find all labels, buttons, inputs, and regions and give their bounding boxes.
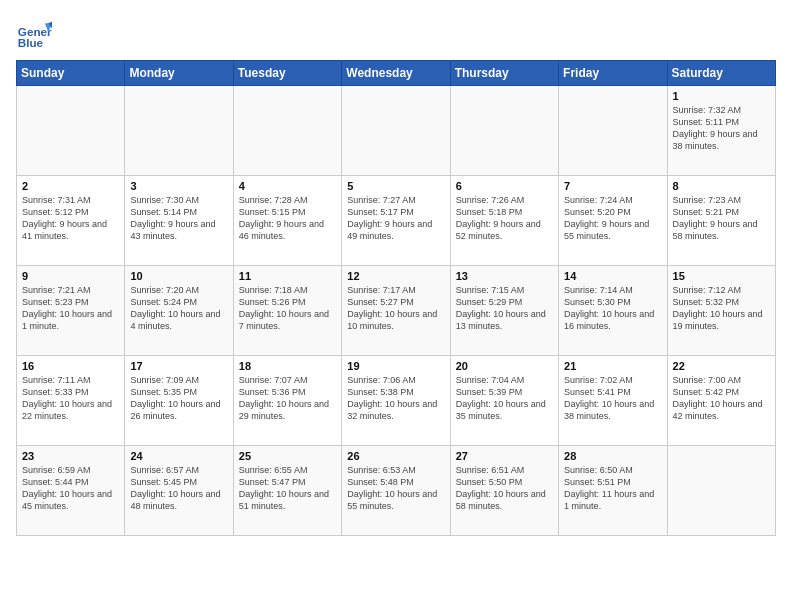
day-cell: 22Sunrise: 7:00 AM Sunset: 5:42 PM Dayli… xyxy=(667,356,775,446)
day-cell: 12Sunrise: 7:17 AM Sunset: 5:27 PM Dayli… xyxy=(342,266,450,356)
day-info: Sunrise: 7:24 AM Sunset: 5:20 PM Dayligh… xyxy=(564,194,661,243)
col-header-monday: Monday xyxy=(125,61,233,86)
day-number: 9 xyxy=(22,270,119,282)
day-number: 17 xyxy=(130,360,227,372)
week-row-5: 23Sunrise: 6:59 AM Sunset: 5:44 PM Dayli… xyxy=(17,446,776,536)
calendar-table: SundayMondayTuesdayWednesdayThursdayFrid… xyxy=(16,60,776,536)
day-cell xyxy=(233,86,341,176)
day-cell: 20Sunrise: 7:04 AM Sunset: 5:39 PM Dayli… xyxy=(450,356,558,446)
col-header-sunday: Sunday xyxy=(17,61,125,86)
day-cell: 17Sunrise: 7:09 AM Sunset: 5:35 PM Dayli… xyxy=(125,356,233,446)
day-number: 1 xyxy=(673,90,770,102)
day-info: Sunrise: 6:55 AM Sunset: 5:47 PM Dayligh… xyxy=(239,464,336,513)
day-cell: 2Sunrise: 7:31 AM Sunset: 5:12 PM Daylig… xyxy=(17,176,125,266)
day-info: Sunrise: 7:15 AM Sunset: 5:29 PM Dayligh… xyxy=(456,284,553,333)
day-cell xyxy=(342,86,450,176)
day-info: Sunrise: 7:23 AM Sunset: 5:21 PM Dayligh… xyxy=(673,194,770,243)
day-info: Sunrise: 7:02 AM Sunset: 5:41 PM Dayligh… xyxy=(564,374,661,423)
day-cell: 18Sunrise: 7:07 AM Sunset: 5:36 PM Dayli… xyxy=(233,356,341,446)
day-info: Sunrise: 7:12 AM Sunset: 5:32 PM Dayligh… xyxy=(673,284,770,333)
day-info: Sunrise: 7:11 AM Sunset: 5:33 PM Dayligh… xyxy=(22,374,119,423)
day-info: Sunrise: 7:27 AM Sunset: 5:17 PM Dayligh… xyxy=(347,194,444,243)
day-number: 4 xyxy=(239,180,336,192)
week-row-3: 9Sunrise: 7:21 AM Sunset: 5:23 PM Daylig… xyxy=(17,266,776,356)
day-number: 13 xyxy=(456,270,553,282)
day-number: 7 xyxy=(564,180,661,192)
day-number: 25 xyxy=(239,450,336,462)
day-cell: 21Sunrise: 7:02 AM Sunset: 5:41 PM Dayli… xyxy=(559,356,667,446)
day-cell: 19Sunrise: 7:06 AM Sunset: 5:38 PM Dayli… xyxy=(342,356,450,446)
logo: General Blue xyxy=(16,16,56,52)
day-info: Sunrise: 7:00 AM Sunset: 5:42 PM Dayligh… xyxy=(673,374,770,423)
day-cell: 3Sunrise: 7:30 AM Sunset: 5:14 PM Daylig… xyxy=(125,176,233,266)
day-cell: 10Sunrise: 7:20 AM Sunset: 5:24 PM Dayli… xyxy=(125,266,233,356)
col-header-tuesday: Tuesday xyxy=(233,61,341,86)
day-cell: 8Sunrise: 7:23 AM Sunset: 5:21 PM Daylig… xyxy=(667,176,775,266)
day-number: 24 xyxy=(130,450,227,462)
day-number: 19 xyxy=(347,360,444,372)
day-cell: 9Sunrise: 7:21 AM Sunset: 5:23 PM Daylig… xyxy=(17,266,125,356)
day-number: 15 xyxy=(673,270,770,282)
col-header-friday: Friday xyxy=(559,61,667,86)
day-number: 16 xyxy=(22,360,119,372)
calendar-header: SundayMondayTuesdayWednesdayThursdayFrid… xyxy=(17,61,776,86)
day-info: Sunrise: 7:18 AM Sunset: 5:26 PM Dayligh… xyxy=(239,284,336,333)
week-row-2: 2Sunrise: 7:31 AM Sunset: 5:12 PM Daylig… xyxy=(17,176,776,266)
day-number: 20 xyxy=(456,360,553,372)
day-info: Sunrise: 6:51 AM Sunset: 5:50 PM Dayligh… xyxy=(456,464,553,513)
day-number: 28 xyxy=(564,450,661,462)
day-number: 27 xyxy=(456,450,553,462)
day-cell: 4Sunrise: 7:28 AM Sunset: 5:15 PM Daylig… xyxy=(233,176,341,266)
col-header-wednesday: Wednesday xyxy=(342,61,450,86)
day-info: Sunrise: 7:14 AM Sunset: 5:30 PM Dayligh… xyxy=(564,284,661,333)
day-number: 18 xyxy=(239,360,336,372)
day-cell: 26Sunrise: 6:53 AM Sunset: 5:48 PM Dayli… xyxy=(342,446,450,536)
day-cell xyxy=(125,86,233,176)
day-info: Sunrise: 7:21 AM Sunset: 5:23 PM Dayligh… xyxy=(22,284,119,333)
day-info: Sunrise: 6:50 AM Sunset: 5:51 PM Dayligh… xyxy=(564,464,661,513)
day-cell: 23Sunrise: 6:59 AM Sunset: 5:44 PM Dayli… xyxy=(17,446,125,536)
day-info: Sunrise: 7:06 AM Sunset: 5:38 PM Dayligh… xyxy=(347,374,444,423)
day-cell: 14Sunrise: 7:14 AM Sunset: 5:30 PM Dayli… xyxy=(559,266,667,356)
day-info: Sunrise: 7:31 AM Sunset: 5:12 PM Dayligh… xyxy=(22,194,119,243)
day-info: Sunrise: 6:59 AM Sunset: 5:44 PM Dayligh… xyxy=(22,464,119,513)
day-cell: 6Sunrise: 7:26 AM Sunset: 5:18 PM Daylig… xyxy=(450,176,558,266)
col-header-saturday: Saturday xyxy=(667,61,775,86)
day-info: Sunrise: 7:17 AM Sunset: 5:27 PM Dayligh… xyxy=(347,284,444,333)
day-number: 21 xyxy=(564,360,661,372)
day-number: 8 xyxy=(673,180,770,192)
day-info: Sunrise: 7:04 AM Sunset: 5:39 PM Dayligh… xyxy=(456,374,553,423)
day-cell: 5Sunrise: 7:27 AM Sunset: 5:17 PM Daylig… xyxy=(342,176,450,266)
day-cell: 11Sunrise: 7:18 AM Sunset: 5:26 PM Dayli… xyxy=(233,266,341,356)
svg-text:Blue: Blue xyxy=(18,36,44,49)
day-number: 5 xyxy=(347,180,444,192)
day-number: 23 xyxy=(22,450,119,462)
day-number: 3 xyxy=(130,180,227,192)
day-cell: 27Sunrise: 6:51 AM Sunset: 5:50 PM Dayli… xyxy=(450,446,558,536)
day-cell: 13Sunrise: 7:15 AM Sunset: 5:29 PM Dayli… xyxy=(450,266,558,356)
day-number: 6 xyxy=(456,180,553,192)
day-number: 11 xyxy=(239,270,336,282)
day-cell: 16Sunrise: 7:11 AM Sunset: 5:33 PM Dayli… xyxy=(17,356,125,446)
day-cell: 28Sunrise: 6:50 AM Sunset: 5:51 PM Dayli… xyxy=(559,446,667,536)
day-info: Sunrise: 7:09 AM Sunset: 5:35 PM Dayligh… xyxy=(130,374,227,423)
week-row-1: 1Sunrise: 7:32 AM Sunset: 5:11 PM Daylig… xyxy=(17,86,776,176)
day-number: 26 xyxy=(347,450,444,462)
day-info: Sunrise: 7:32 AM Sunset: 5:11 PM Dayligh… xyxy=(673,104,770,153)
day-cell xyxy=(559,86,667,176)
day-cell: 15Sunrise: 7:12 AM Sunset: 5:32 PM Dayli… xyxy=(667,266,775,356)
day-cell: 7Sunrise: 7:24 AM Sunset: 5:20 PM Daylig… xyxy=(559,176,667,266)
day-info: Sunrise: 7:28 AM Sunset: 5:15 PM Dayligh… xyxy=(239,194,336,243)
header-row: SundayMondayTuesdayWednesdayThursdayFrid… xyxy=(17,61,776,86)
header: General Blue xyxy=(16,16,776,52)
day-cell: 24Sunrise: 6:57 AM Sunset: 5:45 PM Dayli… xyxy=(125,446,233,536)
day-info: Sunrise: 6:53 AM Sunset: 5:48 PM Dayligh… xyxy=(347,464,444,513)
col-header-thursday: Thursday xyxy=(450,61,558,86)
day-cell xyxy=(450,86,558,176)
calendar-body: 1Sunrise: 7:32 AM Sunset: 5:11 PM Daylig… xyxy=(17,86,776,536)
day-number: 22 xyxy=(673,360,770,372)
day-cell: 1Sunrise: 7:32 AM Sunset: 5:11 PM Daylig… xyxy=(667,86,775,176)
day-number: 12 xyxy=(347,270,444,282)
day-number: 10 xyxy=(130,270,227,282)
week-row-4: 16Sunrise: 7:11 AM Sunset: 5:33 PM Dayli… xyxy=(17,356,776,446)
